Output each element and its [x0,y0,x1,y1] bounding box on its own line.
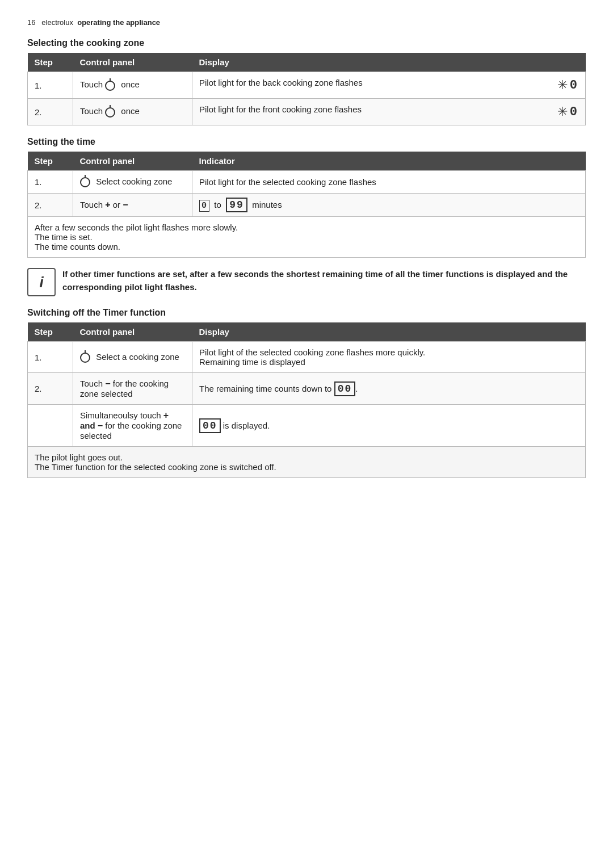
zone-icon-1 [105,81,115,91]
info-box: i If other timer functions are set, afte… [27,268,586,296]
setting-time-table: Step Control panel Indicator 1. Select c… [27,152,586,258]
ninetynine-display: 99 [226,198,247,212]
step-t1-indicator: Pilot light for the selected cooking zon… [192,171,586,194]
info-icon: i [27,268,56,296]
step-1-num: 1. [28,72,73,99]
step-t2-indicator: 0 to 99 minutes [192,194,586,217]
step-s3-display: 00 is displayed. [192,405,586,447]
zero-zero-display: 00 [334,381,356,396]
plus-icon-s3: + [163,410,169,420]
step-s3-num [28,405,73,447]
star-icon-1: ✳ [557,78,568,93]
flash-indicator-1: ✳ 0 [557,78,578,93]
zone-icon-2 [105,107,115,118]
table-row: 2. Touch − for the cooking zone selected… [28,373,586,405]
col-control-3: Control panel [73,322,192,342]
col-display-1: Display [192,53,586,72]
step-s2-control: Touch − for the cooking zone selected [73,373,192,405]
setting-time-note: After a few seconds the pilot light flas… [28,217,586,258]
flash-indicator-2: ✳ 0 [557,104,578,119]
step-s3-control: Simultaneoulsy touch + and − for the coo… [73,405,192,447]
table-row: 1. Select cooking zone Pilot light for t… [28,171,586,194]
table-row: 1. Touch once Pilot light for the back c… [28,72,586,99]
col-display-3: Display [192,322,586,342]
switching-off-footer: The pilot light goes out. The Timer func… [28,447,586,478]
step-s1-display: Pilot light of the selected cooking zone… [192,342,586,373]
step-t2-num: 2. [28,194,73,217]
col-step-3: Step [28,322,73,342]
zone-icon-s1 [80,353,90,363]
step-1-display: Pilot light for the back cooking zone fl… [192,72,586,99]
page-number: 16 [27,18,35,27]
section1-title: Selecting the cooking zone [27,38,586,48]
step-t2-control: Touch + or − [73,194,192,217]
digit-display-2: 0 [570,105,578,119]
table-row: 2. Touch once Pilot light for the front … [28,99,586,125]
zero-zero-display-2: 00 [199,418,221,433]
section-title: operating the appliance [77,18,160,27]
info-box-text: If other timer functions are set, after … [62,268,586,293]
plus-icon: + [105,200,110,209]
minus-icon-s3: − [98,421,103,430]
col-control-1: Control panel [73,53,192,72]
table-row: Simultaneoulsy touch + and − for the coo… [28,405,586,447]
table-row: 2. Touch + or − 0 to 99 minutes [28,194,586,217]
selecting-zone-table: Step Control panel Display 1. Touch once… [27,53,586,125]
step-2-num: 2. [28,99,73,125]
section3-title: Switching off the Timer function [27,308,586,318]
section2-title: Setting the time [27,137,586,147]
zone-icon-t1 [80,177,90,187]
star-icon-2: ✳ [557,104,568,119]
col-indicator-2: Indicator [192,152,586,171]
zero-display: 0 [199,200,209,212]
table-row: 1. Select a cooking zone Pilot light of … [28,342,586,373]
col-step-2: Step [28,152,73,171]
col-step-1: Step [28,53,73,72]
step-s2-num: 2. [28,373,73,405]
step-s1-num: 1. [28,342,73,373]
minus-icon-s2: − [105,379,110,388]
digit-display-1: 0 [570,78,578,93]
step-s2-display: The remaining time counts down to 00. [192,373,586,405]
and-label: and [80,421,95,430]
page-header: 16 electrolux operating the appliance [27,18,586,27]
minus-icon: − [123,200,128,209]
table-row-footer: The pilot light goes out. The Timer func… [28,447,586,478]
step-1-control: Touch once [73,72,192,99]
step-s1-control: Select a cooking zone [73,342,192,373]
step-t1-num: 1. [28,171,73,194]
table-row-note: After a few seconds the pilot light flas… [28,217,586,258]
switching-off-table: Step Control panel Display 1. Select a c… [27,322,586,478]
step-2-display: Pilot light for the front cooking zone f… [192,99,586,125]
step-t1-control: Select cooking zone [73,171,192,194]
step-2-control: Touch once [73,99,192,125]
col-control-2: Control panel [73,152,192,171]
brand-name: electrolux [41,18,73,27]
